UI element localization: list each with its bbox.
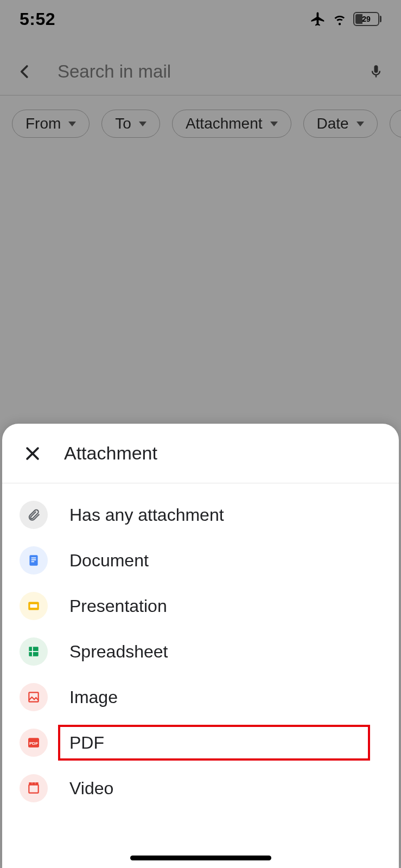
filter-chip-from[interactable]: From <box>12 110 90 138</box>
option-label: PDF <box>69 733 104 753</box>
attachment-options: Has any attachment Document Presentation… <box>2 483 399 811</box>
chip-label: From <box>26 115 61 132</box>
chip-label: Date <box>317 115 349 132</box>
svg-rect-4 <box>31 559 36 560</box>
option-label: Document <box>69 551 149 571</box>
option-presentation[interactable]: Presentation <box>2 583 399 629</box>
attachment-filter-sheet: Attachment Has any attachment Document P… <box>2 424 399 868</box>
sheet-header: Attachment <box>2 424 399 483</box>
attachment-icon <box>20 501 48 529</box>
filter-chip-to[interactable]: To <box>101 110 160 138</box>
option-video[interactable]: Video <box>2 765 399 811</box>
status-bar: 5:52 29 <box>0 0 401 38</box>
sheet-title: Attachment <box>64 443 157 464</box>
chevron-down-icon <box>270 122 278 126</box>
svg-rect-14 <box>29 785 38 793</box>
svg-rect-2 <box>29 555 37 566</box>
filter-chip-attachment[interactable]: Attachment <box>172 110 291 138</box>
svg-text:PDF: PDF <box>29 741 38 746</box>
option-label: Has any attachment <box>69 505 224 525</box>
filter-chips-row: From To Attachment Date Is unrea <box>0 108 401 139</box>
option-has-any-attachment[interactable]: Has any attachment <box>2 492 399 538</box>
back-button[interactable] <box>12 59 38 85</box>
option-label: Image <box>69 687 118 707</box>
pdf-icon: PDF <box>20 729 48 757</box>
option-label: Video <box>69 778 113 799</box>
option-pdf[interactable]: PDF PDF <box>2 720 399 765</box>
spreadsheet-icon <box>20 637 48 666</box>
close-button[interactable] <box>20 441 46 467</box>
option-document[interactable]: Document <box>2 538 399 583</box>
image-icon <box>20 683 48 711</box>
voice-search-button[interactable] <box>363 59 389 85</box>
status-icons: 29 <box>310 11 381 27</box>
svg-rect-5 <box>31 561 34 563</box>
option-image[interactable]: Image <box>2 674 399 720</box>
battery-icon: 29 <box>353 12 381 26</box>
document-icon <box>20 546 48 575</box>
search-header: Search in mail <box>0 48 401 95</box>
chip-label: Attachment <box>186 115 263 132</box>
airplane-mode-icon <box>310 11 326 27</box>
home-indicator[interactable] <box>130 856 271 860</box>
video-icon <box>20 774 48 802</box>
battery-percent: 29 <box>362 15 371 23</box>
svg-rect-15 <box>29 783 31 784</box>
svg-rect-11 <box>29 692 38 701</box>
option-label: Presentation <box>69 596 167 616</box>
svg-rect-3 <box>31 558 36 559</box>
chevron-down-icon <box>68 122 76 126</box>
svg-rect-7 <box>30 604 37 608</box>
option-label: Spreadsheet <box>69 642 168 662</box>
presentation-icon <box>20 592 48 620</box>
wifi-icon <box>332 12 348 26</box>
svg-rect-16 <box>33 783 34 784</box>
svg-rect-17 <box>36 783 37 784</box>
search-input[interactable]: Search in mail <box>58 61 363 82</box>
chevron-down-icon <box>139 122 147 126</box>
status-time: 5:52 <box>20 9 55 29</box>
filter-chip-date[interactable]: Date <box>303 110 378 138</box>
chip-label: To <box>115 115 131 132</box>
chevron-down-icon <box>357 122 364 126</box>
option-spreadsheet[interactable]: Spreadsheet <box>2 629 399 674</box>
filter-chip-is-unread[interactable]: Is unrea <box>390 110 401 138</box>
